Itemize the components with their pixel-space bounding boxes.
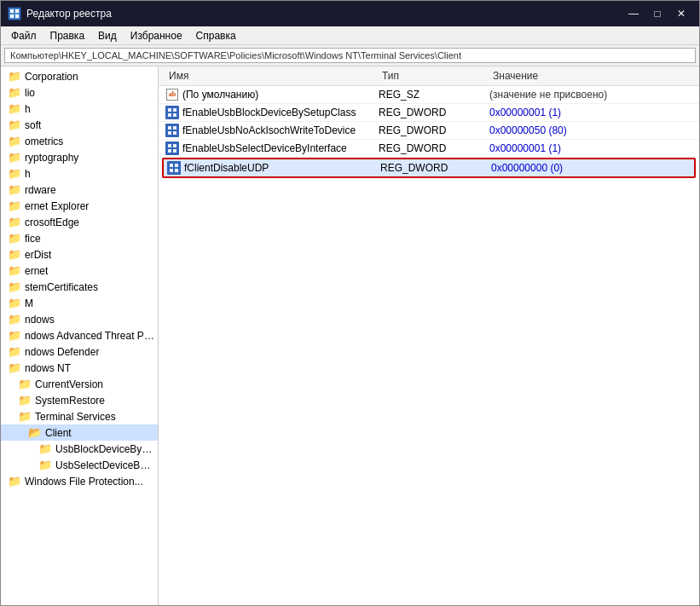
svg-rect-13	[168, 131, 171, 135]
reg-cell-value: 0x00000050 (80)	[489, 124, 692, 136]
sidebar-item-label: h	[25, 103, 31, 115]
svg-rect-7	[173, 108, 176, 112]
menu-item-файл[interactable]: Файл	[4, 28, 43, 43]
svg-rect-5	[165, 106, 179, 119]
folder-icon: 📁	[38, 459, 52, 471]
table-row[interactable]: fEnableUsbSelectDeviceByInterfaceREG_DWO…	[159, 140, 699, 158]
sidebar-item[interactable]: 📁soft	[1, 117, 158, 133]
sidebar-item[interactable]: 📁ryptography	[1, 149, 158, 165]
main-area: 📁Corporation📁lio📁h📁soft📁ometrics📁ryptogr…	[1, 66, 699, 605]
sidebar: 📁Corporation📁lio📁h📁soft📁ometrics📁ryptogr…	[1, 66, 159, 605]
sidebar-item-label: Windows File Protection...	[25, 476, 143, 488]
sidebar-item[interactable]: 📁ernet	[1, 263, 158, 279]
sidebar-item[interactable]: 📁h	[1, 101, 158, 117]
menu-item-справка[interactable]: Справка	[189, 28, 243, 43]
reg-cell-name: ab(По умолчанию)	[165, 88, 379, 101]
ab-icon: ab	[165, 88, 179, 101]
folder-icon: 📁	[8, 70, 21, 83]
sidebar-item[interactable]: 📁erDist	[1, 246, 158, 263]
reg-cell-name: fEnableUsbSelectDeviceByInterface	[165, 141, 379, 155]
table-row[interactable]: ab(По умолчанию)REG_SZ(значение не присв…	[159, 86, 699, 104]
registry-table: ab(По умолчанию)REG_SZ(значение не присв…	[159, 86, 699, 178]
dword-icon	[165, 106, 179, 119]
sidebar-item[interactable]: 📁Corporation	[1, 68, 158, 84]
folder-icon: 📂	[28, 426, 42, 439]
folder-icon: 📁	[8, 167, 21, 180]
sidebar-item-label: fice	[25, 233, 41, 245]
app-icon	[8, 7, 21, 20]
reg-cell-type: REG_DWORD	[379, 124, 489, 136]
sidebar-item-label: ryptography	[25, 152, 78, 164]
sidebar-item[interactable]: 📁stemCertificates	[1, 279, 158, 295]
folder-icon: 📁	[8, 313, 21, 326]
menu-item-вид[interactable]: Вид	[91, 28, 124, 43]
sidebar-item[interactable]: 📁ndows	[1, 311, 158, 327]
svg-rect-11	[168, 126, 171, 130]
reg-cell-type: REG_SZ	[379, 89, 489, 101]
table-row[interactable]: fEnableUsbBlockDeviceBySetupClassREG_DWO…	[159, 104, 699, 122]
folder-icon: 📁	[8, 183, 21, 196]
svg-rect-21	[170, 164, 173, 167]
reg-cell-value: 0x00000000 (0)	[491, 162, 691, 174]
folder-icon: 📁	[38, 442, 52, 455]
sidebar-item[interactable]: 📁ometrics	[1, 133, 158, 149]
col-header-name: Имя	[165, 69, 379, 83]
sidebar-item[interactable]: 📁UsbSelectDeviceByInter...	[1, 457, 158, 473]
sidebar-item[interactable]: 📁CurrentVersion	[1, 376, 158, 392]
dword-icon	[167, 161, 181, 175]
sidebar-item[interactable]: 📁crosoftEdge	[1, 214, 158, 230]
reg-name-text: (По умолчанию)	[182, 89, 258, 101]
menu-item-правка[interactable]: Правка	[43, 28, 92, 43]
sidebar-item-label: ernet	[25, 265, 48, 277]
menu-item-избранное[interactable]: Избранное	[124, 28, 189, 43]
sidebar-item-label: h	[25, 168, 31, 180]
folder-icon: 📁	[8, 345, 21, 358]
svg-rect-9	[173, 113, 176, 117]
sidebar-item[interactable]: 📁M	[1, 295, 158, 311]
sidebar-item[interactable]: 📁UsbBlockDeviceBySetup...	[1, 441, 158, 457]
content-area: Имя Тип Значение ab(По умолчанию)REG_SZ(…	[159, 66, 699, 605]
sidebar-item[interactable]: 📂Client	[1, 424, 158, 441]
folder-icon: 📁	[8, 264, 21, 277]
sidebar-item-label: rdware	[25, 184, 56, 196]
sidebar-item[interactable]: 📁ernet Explorer	[1, 198, 158, 214]
sidebar-item[interactable]: 📁h	[1, 165, 158, 182]
sidebar-item-label: Terminal Services	[35, 411, 116, 423]
reg-name-text: fClientDisableUDP	[184, 162, 269, 174]
svg-rect-6	[168, 108, 171, 112]
sidebar-item[interactable]: 📁Windows File Protection...	[1, 473, 158, 489]
close-button[interactable]: ✕	[670, 5, 692, 22]
folder-icon: 📁	[18, 394, 32, 407]
table-row[interactable]: fEnableUsbNoAckIsochWriteToDeviceREG_DWO…	[159, 122, 699, 140]
table-row[interactable]: fClientDisableUDPREG_DWORD0x00000000 (0)	[162, 158, 696, 178]
folder-icon: 📁	[8, 199, 21, 212]
folder-icon: 📁	[8, 232, 21, 245]
reg-cell-type: REG_DWORD	[379, 142, 489, 154]
minimize-button[interactable]: —	[622, 5, 645, 22]
sidebar-item[interactable]: 📁ndows Defender	[1, 343, 158, 360]
dword-icon	[165, 124, 179, 137]
sidebar-item-label: crosoftEdge	[25, 216, 79, 228]
sidebar-item[interactable]: 📁lio	[1, 84, 158, 101]
sidebar-item-label: M	[25, 297, 33, 309]
folder-icon: 📁	[8, 280, 21, 293]
svg-rect-17	[173, 144, 176, 147]
sidebar-item-label: SystemRestore	[35, 395, 105, 407]
maximize-button[interactable]: □	[646, 5, 668, 22]
address-bar[interactable]: Компьютер\HKEY_LOCAL_MACHINE\SOFTWARE\Po…	[4, 48, 696, 63]
sidebar-item[interactable]: 📁SystemRestore	[1, 392, 158, 408]
sidebar-item[interactable]: 📁Terminal Services	[1, 408, 158, 424]
reg-cell-type: REG_DWORD	[379, 107, 489, 118]
sidebar-item[interactable]: 📁ndows NT	[1, 360, 158, 376]
svg-rect-24	[175, 169, 178, 172]
sidebar-item-label: erDist	[25, 249, 51, 261]
svg-rect-16	[168, 144, 171, 147]
sidebar-item[interactable]: 📁rdware	[1, 182, 158, 198]
col-header-value: Значение	[489, 69, 692, 83]
sidebar-item-label: ernet Explorer	[25, 200, 89, 212]
sidebar-item[interactable]: 📁fice	[1, 230, 158, 246]
folder-icon: 📁	[8, 475, 21, 488]
sidebar-item-label: ndows NT	[25, 362, 71, 374]
sidebar-item[interactable]: 📁ndows Advanced Threat Prote	[1, 327, 158, 343]
window-title: Редактор реестра	[26, 8, 622, 20]
